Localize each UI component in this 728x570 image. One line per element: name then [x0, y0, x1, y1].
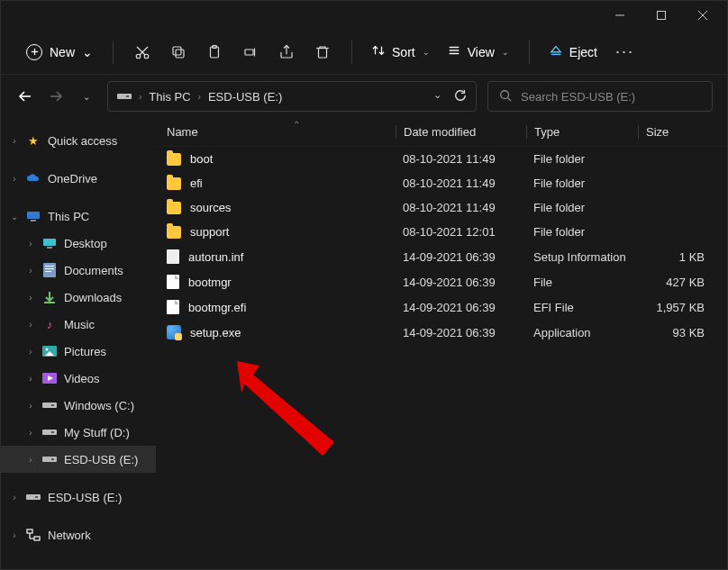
file-name: boot	[190, 152, 213, 166]
chevron-icon: ›	[26, 374, 35, 384]
svg-rect-38	[45, 271, 51, 272]
sidebar-item[interactable]: ›Pictures	[1, 338, 156, 365]
cut-button[interactable]	[124, 36, 160, 68]
sidebar-item[interactable]: ›My Stuff (D:)	[1, 419, 156, 446]
back-button[interactable]	[15, 86, 35, 106]
header-name[interactable]: Name ⌃	[167, 125, 396, 139]
address-bar[interactable]: › This PC› ESD-USB (E:) ⌄	[107, 81, 477, 112]
delete-button[interactable]	[305, 36, 341, 68]
file-row[interactable]: ⚙autorun.inf14-09-2021 06:39Setup Inform…	[156, 244, 727, 269]
svg-rect-47	[51, 404, 54, 406]
sidebar-item[interactable]: ›♪Music	[1, 311, 156, 338]
svg-rect-52	[26, 494, 41, 500]
svg-rect-11	[173, 47, 181, 55]
file-type: EFI File	[526, 301, 638, 314]
chevron-icon: ›	[10, 136, 19, 146]
chevron-icon: ›	[26, 293, 35, 303]
chevron-icon: ⌄	[10, 212, 19, 222]
file-type: File folder	[526, 152, 638, 166]
minimize-button[interactable]	[599, 1, 641, 30]
file-row[interactable]: sources08-10-2021 11:49File folder	[156, 195, 727, 220]
file-row[interactable]: support08-10-2021 12:01File folder	[156, 220, 727, 244]
svg-rect-14	[245, 50, 253, 55]
file-row[interactable]: bootmgr.efi14-09-2021 06:39EFI File1,957…	[156, 294, 727, 320]
settings-file-icon: ⚙	[167, 249, 179, 264]
svg-rect-53	[35, 496, 38, 498]
file-type: Setup Information	[526, 250, 638, 264]
chevron-right-icon: ›	[198, 92, 201, 102]
sidebar-item[interactable]: ›OneDrive	[1, 165, 156, 192]
file-date: 14-09-2021 06:39	[396, 250, 526, 264]
file-size: 427 KB	[638, 276, 710, 289]
chevron-icon: ›	[10, 530, 19, 540]
chevron-down-icon: ⌄	[423, 48, 430, 57]
sidebar-item[interactable]: ›Desktop	[1, 230, 156, 257]
header-type[interactable]: Type	[526, 125, 638, 139]
rename-button[interactable]	[232, 36, 268, 68]
sidebar-item-label: Documents	[64, 264, 123, 277]
file-date: 14-09-2021 06:39	[396, 276, 526, 289]
sidebar-item[interactable]: ›Videos	[1, 365, 156, 392]
folder-icon	[167, 177, 181, 190]
svg-rect-10	[176, 50, 184, 58]
copy-button[interactable]	[160, 36, 196, 68]
file-type: File folder	[526, 176, 638, 190]
sidebar-item-label: My Stuff (D:)	[64, 426, 130, 439]
sidebar-item[interactable]: ›Downloads	[1, 284, 156, 311]
refresh-button[interactable]	[454, 89, 467, 104]
header-date[interactable]: Date modified	[396, 125, 526, 139]
paste-button[interactable]	[196, 36, 232, 68]
view-button[interactable]: View ⌄	[439, 39, 518, 65]
svg-rect-55	[34, 537, 40, 540]
sidebar-item[interactable]: ›ESD-USB (E:)	[1, 484, 156, 511]
more-button[interactable]: ···	[606, 37, 643, 67]
chevron-icon: ›	[10, 493, 19, 502]
share-button[interactable]	[268, 36, 305, 68]
sidebar-item-label: ESD-USB (E:)	[48, 491, 122, 504]
file-row[interactable]: bootmgr14-09-2021 06:39File427 KB	[156, 269, 727, 294]
svg-rect-51	[51, 458, 54, 460]
header-size[interactable]: Size	[638, 125, 710, 139]
file-date: 08-10-2021 11:49	[396, 201, 526, 214]
new-button[interactable]: New ⌄	[17, 39, 102, 66]
chevron-down-icon[interactable]: ⌄	[433, 89, 441, 104]
file-size: 1,957 KB	[638, 301, 710, 314]
forward-button[interactable]	[46, 86, 66, 106]
search-input[interactable]: Search ESD-USB (E:)	[487, 81, 713, 112]
sidebar-item[interactable]: ›Network	[1, 521, 156, 548]
toolbar: New ⌄ Sort ⌄ View ⌄ Eject ···	[1, 30, 727, 75]
svg-rect-36	[45, 266, 54, 267]
sidebar-item[interactable]: ›Windows (C:)	[1, 392, 156, 419]
sidebar-item[interactable]: ⌄This PC	[1, 203, 156, 230]
file-size: 93 KB	[638, 326, 710, 339]
file-type: File folder	[526, 201, 638, 214]
sort-button[interactable]: Sort ⌄	[363, 39, 439, 65]
file-date: 14-09-2021 06:39	[396, 326, 526, 339]
svg-rect-54	[27, 529, 32, 533]
file-name: setup.exe	[190, 326, 241, 339]
search-icon	[499, 89, 512, 104]
svg-rect-31	[27, 212, 40, 219]
maximize-button[interactable]	[641, 1, 682, 30]
file-list: boot08-10-2021 11:49File folderefi08-10-…	[156, 147, 727, 345]
file-row[interactable]: boot08-10-2021 11:49File folder	[156, 147, 727, 171]
sidebar-item[interactable]: ›★Quick access	[1, 127, 156, 154]
chevron-icon: ›	[26, 455, 35, 465]
titlebar	[1, 1, 727, 30]
recent-button[interactable]: ⌄	[77, 86, 96, 106]
breadcrumb[interactable]: This PC›	[149, 90, 201, 104]
eject-label: Eject	[569, 45, 597, 59]
sidebar-item[interactable]: ›Documents	[1, 257, 156, 284]
file-row[interactable]: efi08-10-2021 11:49File folder	[156, 171, 727, 195]
close-button[interactable]	[682, 1, 723, 30]
chevron-icon: ›	[26, 428, 35, 438]
breadcrumb[interactable]: ESD-USB (E:)	[208, 90, 282, 104]
svg-rect-34	[47, 247, 52, 249]
file-date: 14-09-2021 06:39	[396, 301, 526, 314]
sidebar-item[interactable]: ›ESD-USB (E:)	[1, 446, 156, 473]
navbar: ⌄ › This PC› ESD-USB (E:) ⌄ Search ESD-U…	[1, 75, 727, 118]
eject-button[interactable]: Eject	[541, 39, 606, 65]
file-row[interactable]: setup.exe14-09-2021 06:39Application93 K…	[156, 320, 727, 345]
sidebar-item-label: Downloads	[64, 291, 122, 304]
folder-icon	[167, 226, 181, 239]
